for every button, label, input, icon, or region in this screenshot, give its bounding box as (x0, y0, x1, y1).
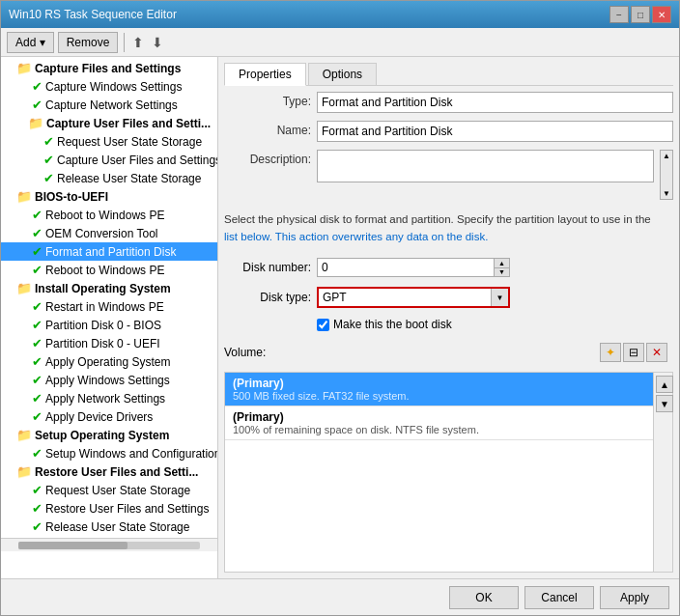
group-install-os[interactable]: 📁 Install Operating System (1, 279, 217, 297)
close-button[interactable]: ✕ (652, 6, 671, 23)
description-input[interactable] (318, 151, 653, 182)
tree-item-apply-net-settings[interactable]: ✔ Apply Network Settings (1, 389, 217, 407)
folder-icon: 📁 (28, 116, 43, 130)
tree-item-capture-win-settings[interactable]: ✔ Capture Windows Settings (1, 77, 217, 96)
tree-item-request-user-storage2[interactable]: ✔ Request User State Storage (1, 481, 217, 499)
info-line1: Select the physical disk to format and p… (224, 211, 673, 227)
folder-icon: 📁 (16, 189, 32, 204)
disk-number-input[interactable] (318, 259, 494, 276)
name-label: Name: (224, 121, 311, 137)
item-label: Reboot to Windows PE (45, 264, 164, 277)
maximize-button[interactable]: □ (631, 6, 650, 23)
volume-0-title: (Primary) (233, 377, 645, 390)
tree-item-request-user-storage[interactable]: ✔ Request User State Storage (1, 132, 217, 151)
tree-root: 📁 Capture Files and Settings ✔ Capture W… (1, 57, 217, 538)
add-button[interactable]: Add ▾ (7, 32, 54, 53)
volume-header-row: Volume: ✦ ⊟ ✕ (224, 343, 673, 362)
description-scrollbar[interactable]: ▲ ▼ (660, 150, 673, 200)
check-icon: ✔ (43, 171, 54, 185)
check-icon: ✔ (43, 134, 54, 149)
volume-title: Volume: (224, 346, 266, 359)
tab-options[interactable]: Options (308, 63, 377, 85)
item-label: Partition Disk 0 - BIOS (45, 319, 161, 332)
spin-up-button[interactable]: ▲ (495, 259, 509, 268)
tree-hscroll[interactable] (1, 538, 217, 551)
volume-delete-button[interactable]: ✕ (646, 343, 667, 362)
tree-item-partition-uefi[interactable]: ✔ Partition Disk 0 - UEFI (1, 334, 217, 352)
disk-number-row: Disk number: ▲ ▼ (224, 258, 673, 277)
tree-item-apply-drivers[interactable]: ✔ Apply Device Drivers (1, 407, 217, 426)
select-arrow-icon[interactable]: ▼ (491, 289, 508, 306)
check-icon: ✔ (32, 299, 42, 314)
window-title: Win10 RS Task Sequence Editor (9, 8, 177, 21)
tree-item-restart-winpe[interactable]: ✔ Restart in Windows PE (1, 297, 217, 316)
volume-move-up-button[interactable]: ▲ (656, 376, 673, 393)
tree-item-partition-bios[interactable]: ✔ Partition Disk 0 - BIOS (1, 316, 217, 334)
tree-item-release-user-storage2[interactable]: ✔ Release User State Storage (1, 518, 217, 536)
toolbar-separator (124, 33, 125, 52)
item-label: Reboot to Windows PE (45, 209, 164, 222)
cancel-button[interactable]: Cancel (524, 586, 594, 609)
title-bar-buttons: − □ ✕ (609, 6, 671, 23)
group-restore[interactable]: 📁 Restore User Files and Setti... (1, 462, 217, 481)
tree-item-reboot-winpe2[interactable]: ✔ Reboot to Windows PE (1, 261, 217, 279)
item-label: Setup Windows and Configuration (45, 447, 218, 461)
bottom-bar: OK Cancel Apply (1, 578, 679, 615)
volume-move-down-button[interactable]: ▼ (656, 395, 673, 412)
group-setup-label: Setup Operating System (35, 429, 169, 442)
name-input[interactable] (317, 121, 673, 142)
volume-item-1[interactable]: (Primary) 100% of remaining space on dis… (225, 406, 653, 440)
boot-disk-row: Make this the boot disk (317, 318, 673, 331)
volume-add-button[interactable]: ✦ (600, 343, 621, 362)
tree-item-restore-user-files[interactable]: ✔ Restore User Files and Settings (1, 499, 217, 518)
tree-item-oem-conversion[interactable]: ✔ OEM Conversion Tool (1, 224, 217, 242)
ok-button[interactable]: OK (449, 586, 519, 609)
info-line2: list below. This action overwrites any d… (224, 229, 673, 244)
spin-buttons: ▲ ▼ (494, 259, 509, 276)
group-bios-uefi[interactable]: 📁 BIOS-to-UEFI (1, 187, 217, 206)
move-up-button[interactable]: ⬆ (130, 33, 146, 52)
move-down-button[interactable]: ⬇ (150, 33, 165, 52)
group-install-label: Install Operating System (35, 282, 171, 295)
tree-item-capture-user-files[interactable]: ✔ Capture User Files and Settings (1, 151, 217, 169)
item-label: Request User State Storage (45, 484, 190, 497)
remove-button[interactable]: Remove (58, 32, 119, 53)
disk-type-select-wrapper: GPT MBR ▼ (317, 287, 510, 308)
check-icon: ✔ (32, 98, 42, 112)
item-label: Partition Disk 0 - UEFI (45, 337, 160, 350)
tab-properties[interactable]: Properties (224, 63, 306, 86)
folder-icon: 📁 (16, 61, 32, 75)
tree-item-reboot-winpe[interactable]: ✔ Reboot to Windows PE (1, 206, 217, 224)
tree-item-setup-win-config[interactable]: ✔ Setup Windows and Configuration (1, 444, 217, 462)
boot-disk-checkbox[interactable] (317, 319, 329, 331)
group-capture-user[interactable]: 📁 Capture User Files and Setti... (1, 114, 217, 132)
check-icon: ✔ (32, 208, 42, 222)
minimize-button[interactable]: − (609, 6, 629, 23)
tree-item-format-partition[interactable]: ✔ Format and Partition Disk (1, 242, 217, 261)
scroll-up-arrow[interactable]: ▲ (663, 152, 670, 160)
boot-disk-label: Make this the boot disk (333, 318, 452, 331)
type-input[interactable] (317, 92, 673, 113)
item-label: Capture Windows Settings (45, 80, 182, 94)
volume-copy-button[interactable]: ⊟ (623, 343, 644, 362)
tree-item-apply-os[interactable]: ✔ Apply Operating System (1, 352, 217, 371)
group-capture[interactable]: 📁 Capture Files and Settings (1, 59, 217, 77)
disk-type-select[interactable]: GPT MBR (319, 289, 491, 306)
volume-item-0[interactable]: (Primary) 500 MB fixed size. FAT32 file … (225, 373, 653, 406)
spin-down-button[interactable]: ▼ (495, 268, 509, 277)
volume-1-desc: 100% of remaining space on disk. NTFS fi… (233, 424, 645, 435)
group-setup-os[interactable]: 📁 Setup Operating System (1, 426, 217, 444)
check-icon: ✔ (32, 263, 42, 277)
volume-1-title: (Primary) (233, 410, 645, 424)
main-window: Win10 RS Task Sequence Editor − □ ✕ Add … (0, 0, 680, 616)
hscroll-thumb (18, 542, 128, 549)
check-icon: ✔ (32, 373, 42, 387)
tree-item-capture-net-settings[interactable]: ✔ Capture Network Settings (1, 96, 217, 114)
item-label: Restore User Files and Settings (45, 502, 209, 516)
item-label: Apply Network Settings (45, 392, 165, 406)
tree-item-release-user-storage[interactable]: ✔ Release User State Storage (1, 169, 217, 187)
check-icon: ✔ (32, 226, 42, 240)
scroll-down-arrow[interactable]: ▼ (663, 189, 670, 198)
tree-item-apply-win-settings[interactable]: ✔ Apply Windows Settings (1, 371, 217, 389)
apply-button[interactable]: Apply (600, 586, 669, 609)
